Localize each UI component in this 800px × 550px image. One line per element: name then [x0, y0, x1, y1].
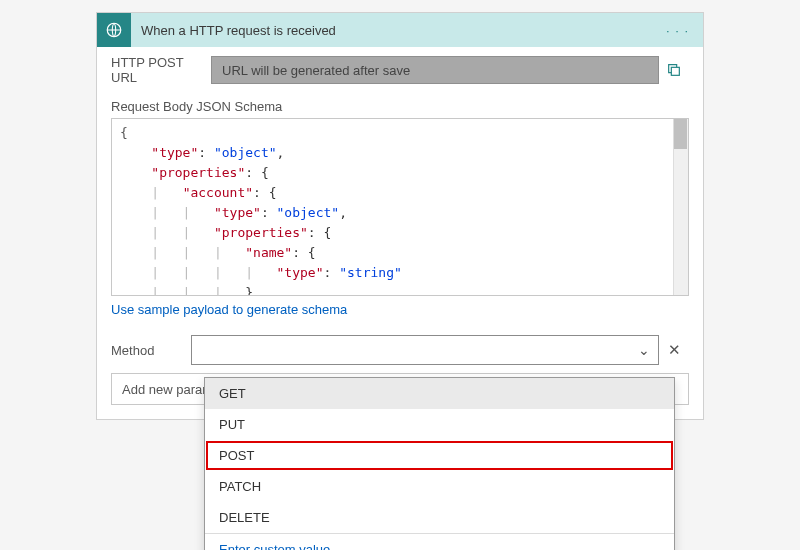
clear-method-button[interactable]: ✕ [659, 341, 689, 359]
post-url-value: URL will be generated after save [222, 63, 410, 78]
chevron-down-icon: ⌄ [638, 342, 650, 358]
svg-rect-1 [671, 67, 679, 75]
schema-line: | | | "name": { [120, 243, 680, 263]
schema-label: Request Body JSON Schema [111, 99, 689, 114]
schema-line: { [120, 123, 680, 143]
card-body: HTTP POST URL URL will be generated afte… [97, 47, 703, 419]
schema-line: "type": "object", [120, 143, 680, 163]
card-header[interactable]: When a HTTP request is received · · · [97, 13, 703, 47]
post-url-label: HTTP POST URL [111, 55, 211, 85]
scrollbar-track[interactable] [673, 119, 688, 295]
enter-custom-value-option[interactable]: Enter custom value [205, 534, 674, 550]
scrollbar-thumb[interactable] [674, 119, 687, 149]
schema-line: | | | | "type": "string" [120, 263, 680, 283]
method-label: Method [111, 343, 191, 358]
card-title: When a HTTP request is received [141, 23, 662, 38]
copy-icon[interactable] [659, 62, 689, 78]
schema-line: | "account": { [120, 183, 680, 203]
method-dropdown: GETPUTPOSTPATCHDELETE Enter custom value [204, 377, 675, 550]
method-option-delete[interactable]: DELETE [205, 502, 674, 533]
schema-line: "properties": { [120, 163, 680, 183]
trigger-card: When a HTTP request is received · · · HT… [96, 12, 704, 420]
schema-line: | | "type": "object", [120, 203, 680, 223]
schema-line: | | "properties": { [120, 223, 680, 243]
method-option-post[interactable]: POST [205, 440, 674, 471]
http-icon [97, 13, 131, 47]
more-menu-button[interactable]: · · · [662, 23, 693, 38]
method-option-patch[interactable]: PATCH [205, 471, 674, 502]
schema-line: | | | }, [120, 283, 680, 296]
post-url-field: URL will be generated after save [211, 56, 659, 84]
method-select[interactable]: ⌄ [191, 335, 659, 365]
use-sample-payload-link[interactable]: Use sample payload to generate schema [111, 302, 689, 317]
method-option-get[interactable]: GET [205, 378, 674, 409]
schema-editor[interactable]: { "type": "object", "properties": { | "a… [111, 118, 689, 296]
method-option-put[interactable]: PUT [205, 409, 674, 440]
